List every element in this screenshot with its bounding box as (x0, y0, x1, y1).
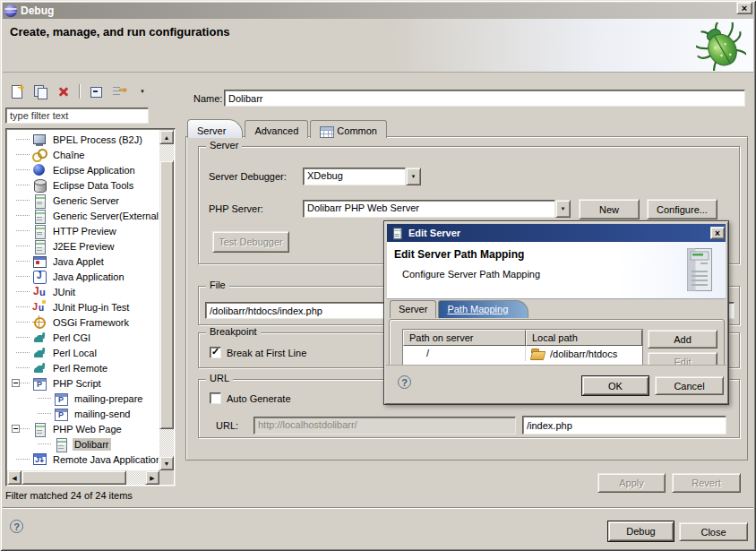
tree-item-php-web-page[interactable]: PHP Web Page (7, 421, 159, 436)
server-icon (32, 224, 47, 238)
perl-camel-icon (32, 346, 47, 360)
horizontal-scroll-thumb[interactable] (21, 470, 126, 485)
delete-configuration-button[interactable] (54, 82, 73, 100)
column-local-path: Local path (526, 330, 642, 346)
window-titlebar: Debug (3, 3, 753, 19)
php-server-combo[interactable]: Dolibarr PHP Web Server ▼ (303, 200, 571, 218)
junit-icon (32, 285, 47, 299)
tree-item-remote-java[interactable]: Remote Java Application (7, 452, 159, 467)
tab-server[interactable]: Server (187, 119, 243, 138)
tree-item-java-applet[interactable]: Java Applet (7, 254, 159, 269)
server-debugger-label: Server Debugger: (209, 171, 287, 182)
configuration-tabs: Server Advanced Common (187, 119, 389, 138)
break-first-line-checkbox[interactable]: ✓ (210, 347, 221, 358)
java-application-icon (32, 270, 47, 284)
tree-item-mailing-prepare[interactable]: mailing-prepare (7, 391, 159, 406)
ok-button[interactable]: OK (581, 375, 649, 396)
tree-item-http-preview[interactable]: HTTP Preview (7, 223, 159, 238)
filter-match-status: Filter matched 24 of 24 items (5, 490, 133, 501)
server-group-legend: Server (206, 140, 242, 151)
eclipse-application-icon (32, 163, 47, 177)
tree-item-junit[interactable]: JUnit (7, 284, 159, 299)
toolbar-separator (79, 84, 81, 99)
tree-item-junit-plugin[interactable]: JUnit Plug-in Test (7, 299, 159, 314)
window-close-button[interactable]: × (736, 2, 752, 14)
tab-server-settings[interactable]: Server (390, 300, 436, 318)
tree-item-php-script[interactable]: PHP Script (7, 375, 159, 391)
tab-path-mapping[interactable]: Path Mapping (438, 300, 528, 318)
url-base-field: http://localhostdolibarr/ (253, 417, 516, 435)
new-server-button[interactable]: New (579, 199, 640, 220)
new-configuration-button[interactable] (7, 82, 27, 100)
filter-button[interactable] (109, 82, 129, 100)
junit-plugin-icon (32, 300, 47, 314)
server-debugger-combo[interactable]: XDebug ▼ (303, 168, 421, 185)
filter-menu-button[interactable]: ▼ (133, 82, 152, 100)
new-configuration-icon (10, 84, 24, 99)
duplicate-configuration-button[interactable] (30, 82, 50, 100)
tree-item-mailing-send[interactable]: mailing-send (7, 406, 159, 421)
collapse-expander[interactable] (12, 425, 20, 433)
perl-camel-icon (32, 331, 47, 345)
tab-common[interactable]: Common (310, 120, 387, 138)
tab-advanced[interactable]: Advanced (245, 120, 308, 138)
tree-item-perl-cgi[interactable]: Perl CGI (7, 330, 159, 345)
table-row[interactable]: / /dolibarr/htdocs (403, 346, 642, 361)
revert-button: Revert (672, 473, 741, 493)
name-label: Name: (193, 93, 222, 104)
debug-bug-icon (696, 22, 746, 71)
breakpoint-group-legend: Breakpoint (206, 326, 261, 337)
cell-local-path: /dolibarr/htdocs (526, 346, 642, 361)
tree-item-chaine[interactable]: Chaîne (7, 147, 159, 162)
scroll-left-button[interactable]: ◀ (7, 470, 21, 485)
collapse-all-button[interactable] (86, 82, 106, 100)
collapse-expander[interactable] (12, 379, 20, 387)
vertical-scroll-thumb[interactable] (159, 160, 174, 429)
scroll-up-button[interactable]: ▲ (159, 130, 174, 144)
url-path-input[interactable] (522, 416, 726, 435)
tree-item-dolibarr[interactable]: Dolibarr (7, 436, 159, 452)
debug-configurations-window: Debug × Create, manage, and run configur… (0, 0, 756, 551)
banner-heading: Create, manage, and run configurations (10, 25, 230, 39)
database-icon (32, 178, 47, 193)
tree-item-eclipse-data-tools[interactable]: Eclipse Data Tools (7, 177, 159, 193)
auto-generate-checkbox[interactable] (210, 392, 221, 404)
table-header-row: Path on server Local path (403, 330, 642, 346)
tree-item-bpel[interactable]: BPEL Process (B2J) (7, 132, 159, 147)
tree-item-perl-remote[interactable]: Perl Remote (7, 360, 159, 375)
tree-item-osgi[interactable]: OSGi Framework (7, 314, 159, 330)
tree-item-java-application[interactable]: Java Application (7, 269, 159, 284)
dialog-help-icon[interactable]: ? (398, 375, 411, 389)
combo-arrow-icon[interactable]: ▼ (406, 168, 421, 185)
table-icon (320, 125, 333, 137)
scroll-right-button[interactable]: ▶ (145, 470, 159, 485)
tree-vertical-scrollbar[interactable]: ▲ ▼ (159, 130, 174, 470)
tree-horizontal-scrollbar[interactable]: ◀ ▶ (7, 470, 159, 485)
server-icon (32, 194, 47, 208)
server-tower-icon (686, 247, 713, 296)
close-button[interactable]: Close (679, 522, 748, 541)
name-input[interactable] (224, 90, 745, 107)
window-title: Debug (21, 4, 54, 17)
url-label: URL: (216, 420, 238, 431)
tree-item-generic-server-external[interactable]: Generic Server(External La (7, 208, 159, 223)
menu-arrow-icon: ▼ (140, 89, 145, 94)
debug-button[interactable]: Debug (607, 521, 674, 542)
add-mapping-button[interactable]: Add (648, 330, 717, 349)
tree-item-generic-server[interactable]: Generic Server (7, 193, 159, 208)
tree-item-j2ee-preview[interactable]: J2EE Preview (7, 238, 159, 254)
combo-arrow-icon[interactable]: ▼ (555, 200, 571, 218)
scroll-down-button[interactable]: ▼ (159, 456, 174, 470)
edit-server-titlebar: Edit Server (387, 224, 726, 242)
eclipse-logo-icon (4, 4, 17, 17)
path-mapping-table: Path on server Local path / /dolibarr/ht… (402, 329, 643, 370)
configure-server-button[interactable]: Configure... (647, 199, 717, 220)
bpel-process-icon (32, 133, 47, 147)
filter-icon (112, 84, 126, 99)
cancel-button[interactable]: Cancel (655, 376, 724, 395)
tree-item-eclipse-application[interactable]: Eclipse Application (7, 162, 159, 177)
help-icon[interactable]: ? (10, 520, 23, 533)
filter-input[interactable] (5, 108, 149, 124)
edit-server-close-button[interactable]: × (710, 227, 725, 239)
tree-item-perl-local[interactable]: Perl Local (7, 345, 159, 360)
